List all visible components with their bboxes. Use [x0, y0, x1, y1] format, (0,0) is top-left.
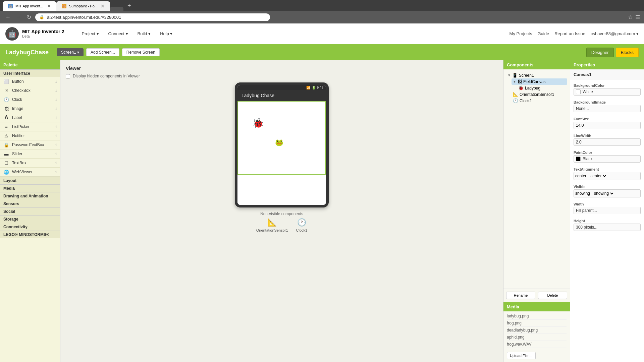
phone-time: 9:48 — [317, 86, 323, 89]
my-projects-link[interactable]: My Projects — [509, 31, 532, 36]
palette-item-clock[interactable]: 🕐 Clock ℹ — [0, 95, 60, 104]
palette-section-ui[interactable]: User Interface — [0, 69, 60, 77]
tree-item-orientationsensor[interactable]: 📐 OrientationSensor1 — [512, 91, 567, 98]
textalignment-value: center — [575, 174, 586, 178]
palette-label-textbox: TextBox — [12, 161, 26, 165]
label-icon: A — [3, 115, 9, 121]
phone-wifi-icon: 📶 — [306, 86, 310, 89]
image-info-icon[interactable]: ℹ — [55, 107, 57, 111]
delete-button[interactable]: Delete — [538, 292, 567, 299]
phone-screen: 📶 🔋 9:48 Ladybug Chase 🐞 🐸 — [237, 85, 326, 205]
screen-selector-button[interactable]: Screen1 ▾ — [57, 48, 84, 56]
prop-value-textalignment[interactable]: center center left right — [574, 172, 641, 180]
non-visible-title: Non-visible components — [256, 212, 307, 216]
app-nav: Project ▾ Connect ▾ Build ▾ Help ▾ — [77, 29, 176, 38]
prop-value-height[interactable]: 300 pixels... — [574, 224, 641, 231]
palette-item-checkbox[interactable]: ☑ CheckBox ℹ — [0, 86, 60, 95]
designer-button[interactable]: Designer — [586, 48, 614, 57]
palette-section-drawing[interactable]: Drawing and Animation — [0, 192, 60, 200]
clock-info-icon[interactable]: ℹ — [55, 98, 57, 102]
prop-value-backgroundimage[interactable]: None... — [574, 105, 641, 112]
tree-item-screen1[interactable]: ▼ 📱 Screen1 — [506, 72, 567, 78]
user-account-link[interactable]: cshaver88@gmail.com ▾ — [591, 31, 639, 36]
palette-item-textbox[interactable]: ☐ TextBox ℹ — [0, 159, 60, 168]
clock1-tree-label: Clock1 — [520, 99, 532, 103]
palette-section-lego[interactable]: LEGO® MINDSTORMS® — [0, 231, 60, 238]
tree-item-ladybug[interactable]: 🐞 Ladybug — [517, 85, 567, 91]
passwordtextbox-info-icon[interactable]: ℹ — [55, 143, 57, 147]
palette-section-media[interactable]: Media — [0, 184, 60, 192]
palette-item-listpicker[interactable]: ≡ ListPicker ℹ — [0, 122, 60, 131]
palette-item-notifier[interactable]: ⚠ Notifier ℹ — [0, 131, 60, 140]
lock-icon: 🔒 — [39, 15, 44, 19]
browser-chrome: 🤖 MIT App Invent... ✕ 🎨 Sumopaint - Po..… — [0, 0, 644, 23]
forward-button[interactable]: → — [15, 13, 23, 21]
button-info-icon[interactable]: ℹ — [55, 79, 57, 84]
webviewer-info-icon[interactable]: ℹ — [55, 170, 57, 174]
prop-group-fontsize: FontSize 14.0 — [570, 114, 644, 130]
browser-tab-3[interactable] — [110, 7, 123, 11]
media-item-aphid[interactable]: aphid.png — [507, 334, 567, 341]
new-tab-button[interactable]: + — [125, 1, 134, 11]
guide-link[interactable]: Guide — [537, 31, 549, 36]
tree-item-clock1[interactable]: 🕐 Clock1 — [512, 98, 567, 104]
textbox-info-icon[interactable]: ℹ — [55, 161, 57, 165]
blocks-button[interactable]: Blocks — [616, 48, 639, 57]
palette-section-social[interactable]: Social — [0, 207, 60, 215]
tab2-close[interactable]: ✕ — [101, 3, 105, 9]
textalignment-select[interactable]: center left right — [589, 173, 607, 179]
visible-select[interactable]: showing hidden — [593, 191, 614, 196]
palette-item-image[interactable]: 🖼 Image ℹ — [0, 104, 60, 113]
slider-info-icon[interactable]: ℹ — [55, 152, 57, 156]
display-hidden-checkbox[interactable] — [66, 74, 70, 78]
remove-screen-button[interactable]: Remove Screen — [122, 48, 160, 56]
prop-value-width[interactable]: Fill parent... — [574, 207, 641, 214]
prop-group-height: Height 300 pixels... — [570, 216, 644, 232]
media-item-deadladybug[interactable]: deadladybug.png — [507, 327, 567, 334]
rename-button[interactable]: Rename — [506, 292, 535, 299]
notifier-info-icon[interactable]: ℹ — [55, 134, 57, 138]
palette-label-label: Label — [12, 115, 22, 120]
tree-item-fieldcanvas[interactable]: ▼ 🖼 FieldCanvas — [512, 78, 567, 85]
prop-value-fontsize[interactable]: 14.0 — [574, 122, 641, 129]
palette-item-passwordtextbox[interactable]: 🔒 PasswordTextBox ℹ — [0, 140, 60, 149]
reload-button[interactable]: ↻ — [25, 13, 33, 22]
prop-value-backgroundcolor[interactable]: White — [574, 88, 641, 96]
report-issue-link[interactable]: Report an Issue — [554, 31, 585, 36]
add-screen-button[interactable]: Add Screen... — [86, 48, 119, 56]
palette-section-storage[interactable]: Storage — [0, 215, 60, 223]
media-item-frog[interactable]: frog.png — [507, 320, 567, 327]
menu-button[interactable]: ☰ — [635, 14, 640, 20]
media-item-frogwav[interactable]: frog.wav.WAV — [507, 341, 567, 348]
address-bar[interactable]: 🔒 ai2-test.appinventor.mit.edu/#3280001 — [35, 13, 270, 21]
back-button[interactable]: ← — [4, 13, 12, 21]
prop-value-paintcolor[interactable]: Black — [574, 155, 641, 163]
palette-section-connectivity[interactable]: Connectivity — [0, 223, 60, 231]
listpicker-info-icon[interactable]: ℹ — [55, 125, 57, 129]
palette-item-label[interactable]: A Label ℹ — [0, 113, 60, 122]
webviewer-icon: 🌐 — [3, 169, 9, 175]
label-info-icon[interactable]: ℹ — [55, 116, 57, 120]
nav-help[interactable]: Help ▾ — [156, 29, 176, 38]
prop-value-linewidth[interactable]: 2.0 — [574, 138, 641, 146]
app-version: Beta — [22, 34, 64, 39]
screen1-label: Screen1 — [519, 73, 534, 78]
star-button[interactable]: ☆ — [628, 14, 633, 20]
nav-build[interactable]: Build ▾ — [133, 29, 155, 38]
slider-icon: ▬ — [3, 151, 9, 157]
upload-file-button[interactable]: Upload File ... — [507, 352, 536, 359]
palette-item-slider[interactable]: ▬ Slider ℹ — [0, 149, 60, 159]
nav-connect[interactable]: Connect ▾ — [104, 29, 132, 38]
palette-section-layout[interactable]: Layout — [0, 177, 60, 184]
tab1-close[interactable]: ✕ — [47, 3, 51, 9]
palette-item-webviewer[interactable]: 🌐 WebViewer ℹ — [0, 168, 60, 177]
prop-value-visible[interactable]: showing showing hidden — [574, 189, 641, 197]
palette-item-button[interactable]: ⬜ Button ℹ — [0, 77, 60, 86]
checkbox-info-icon[interactable]: ℹ — [55, 88, 57, 93]
browser-tab-1[interactable]: 🤖 MIT App Invent... ✕ — [3, 1, 56, 11]
nav-project[interactable]: Project ▾ — [77, 29, 103, 38]
palette-section-sensors[interactable]: Sensors — [0, 200, 60, 207]
browser-tab-2[interactable]: 🎨 Sumopaint - Po... ✕ — [56, 1, 110, 11]
orientationsensor-icon: 📐 — [513, 92, 518, 97]
media-item-ladybug[interactable]: ladybug.png — [507, 313, 567, 320]
